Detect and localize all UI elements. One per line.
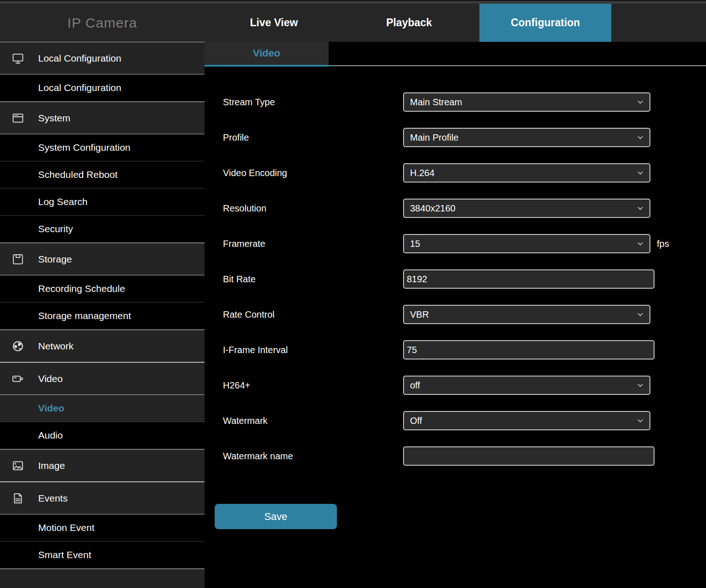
chevron-down-icon: [637, 240, 644, 247]
bit-rate-input[interactable]: [403, 269, 655, 289]
sidebar-item-storage[interactable]: Storage: [0, 243, 205, 275]
monitor-icon: [11, 51, 25, 65]
sidebar-item-image[interactable]: Image: [0, 449, 205, 482]
save-button[interactable]: Save: [215, 504, 337, 529]
sidebar-item-scheduled-reboot[interactable]: Scheduled Reboot: [0, 161, 205, 188]
h264plus-label: H264+: [223, 376, 251, 395]
video-encoding-label: Video Encoding: [223, 163, 287, 183]
profile-select[interactable]: Main Profile: [403, 128, 650, 147]
resolution-select[interactable]: 3840x2160: [403, 199, 650, 218]
framerate-label: Framerate: [223, 234, 265, 253]
tab-playback[interactable]: Playback: [354, 4, 464, 42]
chevron-down-icon: [637, 382, 644, 389]
resolution-label: Resolution: [223, 199, 267, 218]
bit-rate-label: Bit Rate: [223, 269, 256, 289]
content-tab-divider: [329, 65, 706, 66]
sidebar-item-log-search[interactable]: Log Search: [0, 188, 205, 216]
content-tab-underline: [205, 65, 329, 67]
profile-label: Profile: [223, 128, 249, 147]
iframe-interval-label: I-Frame Interval: [223, 340, 288, 360]
header: IP Camera Live View Playback Configurati…: [0, 4, 706, 42]
sidebar-item-video[interactable]: Video: [0, 362, 205, 395]
image-icon: [11, 459, 25, 473]
sidebar-item-recording-schedule[interactable]: Recording Schedule: [0, 275, 205, 303]
sidebar-item-security[interactable]: Security: [0, 216, 205, 243]
chevron-down-icon: [637, 417, 644, 424]
framerate-select[interactable]: 15: [403, 234, 650, 253]
stream-type-label: Stream Type: [223, 92, 275, 112]
video-camera-icon: [11, 372, 25, 386]
brand-title: IP Camera: [0, 4, 205, 42]
watermark-name-label: Watermark name: [223, 446, 293, 466]
framerate-unit: fps: [657, 234, 669, 253]
globe-icon: [11, 339, 25, 353]
sidebar-item-local-configuration-sub[interactable]: Local Configuration: [0, 74, 205, 102]
video-encoding-select[interactable]: H.264: [403, 163, 650, 183]
stream-type-select[interactable]: Main Stream: [403, 92, 650, 112]
sidebar-item-system-configuration[interactable]: System Configuration: [0, 134, 205, 161]
floppy-icon: [11, 252, 25, 266]
content-tab-video[interactable]: Video: [205, 42, 329, 65]
sidebar-item-events[interactable]: Events: [0, 482, 205, 514]
chevron-down-icon: [637, 134, 644, 141]
rate-control-label: Rate Control: [223, 305, 274, 324]
window-top-strip: [0, 0, 706, 4]
ip-camera-app: IP Camera Live View Playback Configurati…: [0, 0, 706, 588]
watermark-label: Watermark: [223, 411, 268, 430]
h264plus-select[interactable]: off: [403, 376, 650, 395]
window-icon: [11, 111, 25, 125]
sidebar-filler: [0, 569, 205, 588]
sidebar: Local Configuration Local Configuration …: [0, 42, 205, 588]
rate-control-select[interactable]: VBR: [403, 305, 650, 324]
sidebar-item-video-sub[interactable]: Video: [0, 395, 205, 422]
sidebar-item-smart-event[interactable]: Smart Event: [0, 542, 205, 569]
sidebar-item-network[interactable]: Network: [0, 330, 205, 362]
chevron-down-icon: [637, 98, 644, 106]
tab-live-view[interactable]: Live View: [219, 4, 329, 42]
chevron-down-icon: [637, 311, 644, 318]
sidebar-item-storage-management[interactable]: Storage management: [0, 303, 205, 330]
sidebar-item-system[interactable]: System: [0, 102, 205, 134]
document-icon: [11, 491, 25, 505]
sidebar-item-motion-event[interactable]: Motion Event: [0, 514, 205, 542]
sidebar-item-audio[interactable]: Audio: [0, 422, 205, 449]
watermark-select[interactable]: Off: [403, 411, 650, 430]
watermark-name-input[interactable]: [403, 446, 655, 466]
chevron-down-icon: [637, 169, 644, 177]
tab-configuration[interactable]: Configuration: [479, 4, 611, 42]
sidebar-item-local-configuration[interactable]: Local Configuration: [0, 42, 205, 74]
iframe-interval-input[interactable]: [403, 340, 655, 360]
chevron-down-icon: [637, 205, 644, 212]
